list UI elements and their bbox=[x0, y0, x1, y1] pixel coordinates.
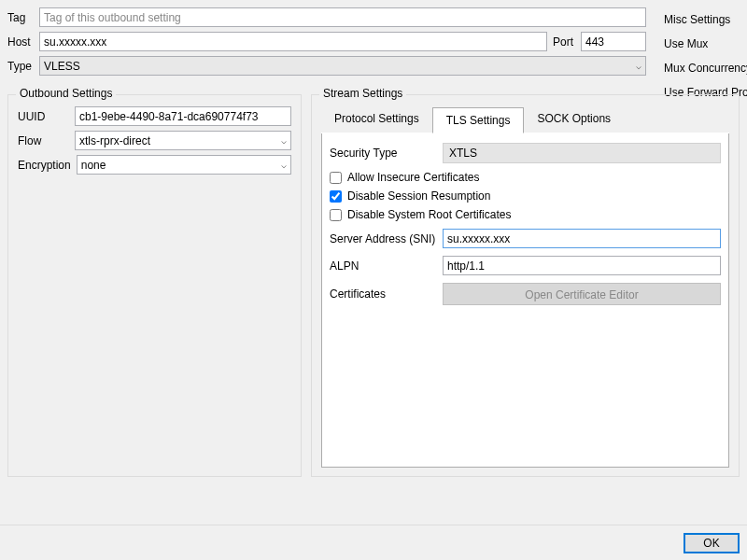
sni-input[interactable] bbox=[443, 229, 721, 248]
type-select-value: VLESS bbox=[44, 60, 80, 73]
uuid-input[interactable] bbox=[75, 106, 291, 126]
tab-sock[interactable]: SOCK Options bbox=[524, 106, 624, 133]
encryption-label: Encryption bbox=[18, 159, 71, 172]
sni-label: Server Address (SNI) bbox=[330, 232, 437, 245]
outbound-title: Outbound Settings bbox=[16, 87, 116, 100]
side-item-misc[interactable]: Misc Settings bbox=[658, 7, 747, 32]
stream-tabs: Protocol Settings TLS Settings SOCK Opti… bbox=[321, 106, 729, 133]
side-item-mux[interactable]: Use Mux bbox=[658, 32, 747, 56]
type-label: Type bbox=[7, 60, 34, 73]
outbound-panel: Outbound Settings UUID Flow xtls-rprx-di… bbox=[7, 94, 302, 477]
allow-insecure-checkbox[interactable] bbox=[330, 172, 342, 184]
tab-protocol[interactable]: Protocol Settings bbox=[321, 106, 432, 133]
side-menu: Misc Settings Use Mux Mux Concurrency Us… bbox=[658, 7, 747, 105]
host-label: Host bbox=[7, 35, 34, 49]
port-label: Port bbox=[553, 35, 575, 49]
flow-label: Flow bbox=[18, 134, 69, 147]
uuid-label: UUID bbox=[18, 110, 69, 123]
tab-tls[interactable]: TLS Settings bbox=[432, 107, 525, 133]
security-type-value: XTLS bbox=[443, 143, 721, 163]
disable-system-root-checkbox[interactable] bbox=[330, 209, 342, 221]
alpn-label: ALPN bbox=[330, 259, 437, 273]
tls-tab-content: Security Type XTLS Allow Insecure Certif… bbox=[321, 133, 729, 468]
chevron-down-icon: ⌵ bbox=[636, 61, 641, 71]
encryption-select-value: none bbox=[81, 159, 106, 172]
certificates-label: Certificates bbox=[330, 287, 437, 301]
stream-title: Stream Settings bbox=[319, 87, 406, 100]
flow-select-value: xtls-rprx-direct bbox=[79, 134, 150, 147]
port-input[interactable] bbox=[581, 32, 646, 51]
bottom-bar: OK bbox=[0, 525, 747, 560]
chevron-down-icon: ⌵ bbox=[281, 160, 287, 170]
open-certificate-editor-button[interactable]: Open Certificate Editor bbox=[443, 283, 721, 305]
type-select[interactable]: VLESS ⌵ bbox=[39, 56, 646, 76]
alpn-input[interactable] bbox=[443, 256, 721, 275]
encryption-select[interactable]: none ⌵ bbox=[77, 155, 291, 175]
flow-select[interactable]: xtls-rprx-direct ⌵ bbox=[75, 131, 291, 150]
stream-panel: Stream Settings Protocol Settings TLS Se… bbox=[311, 94, 740, 477]
chevron-down-icon: ⌵ bbox=[281, 135, 287, 146]
disable-system-root-label: Disable System Root Certificates bbox=[347, 208, 511, 221]
tag-input[interactable] bbox=[39, 7, 646, 27]
allow-insecure-label: Allow Insecure Certificates bbox=[347, 171, 479, 184]
security-type-label: Security Type bbox=[330, 147, 437, 160]
tag-label: Tag bbox=[7, 11, 34, 24]
side-item-concurrency[interactable]: Mux Concurrency bbox=[658, 56, 747, 80]
ok-button[interactable]: OK bbox=[684, 533, 740, 553]
disable-session-label: Disable Session Resumption bbox=[347, 189, 490, 203]
host-input[interactable] bbox=[39, 32, 547, 51]
disable-session-checkbox[interactable] bbox=[330, 190, 342, 203]
